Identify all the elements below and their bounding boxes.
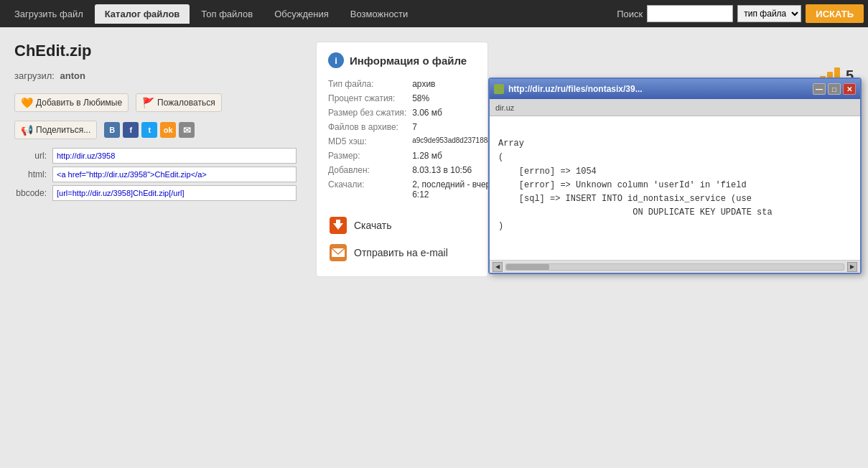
mail-icon[interactable]: ✉ [179,122,195,138]
error-titlebar: http://dir.uz/ru/files/nontasix/39... — … [490,79,860,99]
error-body: Array ( [errno] => 1054 [error] => Unkno… [490,116,860,260]
address-bar-text: dir.uz [495,103,514,112]
error-address-bar: dir.uz [490,99,860,116]
table-row: Файлов в архиве: 7 [328,120,512,134]
url-label: url: [14,151,47,161]
panel-title: Информация о файле [350,55,467,67]
field-label-1: Процент сжатия: [328,91,412,106]
uploader-name: anton [60,70,85,81]
win-controls: — □ ✕ [813,83,856,95]
twitter-icon[interactable]: t [141,122,157,138]
download-icon [328,215,348,235]
uploader-info: загрузил: anton [14,70,85,81]
panel-header: i Информация о файле [328,52,476,68]
main-content: ChEdit.zip загрузил: anton 5 🧡 Добавить … [0,27,868,468]
html-input[interactable] [52,167,297,182]
titlebar-left: http://dir.uz/ru/files/nontasix/39... [494,84,643,94]
url-input[interactable] [52,148,297,164]
download-section: Скачать Отправить на e-mail [328,212,476,266]
heart-icon: 🧡 [21,97,33,108]
info-table: Тип файла: архив Процент сжатия: 58% Раз… [328,77,512,202]
search-button[interactable]: ИСКАТЬ [806,4,864,23]
window-minimize-button[interactable]: — [813,83,826,95]
field-label-5: Размер: [328,149,412,163]
file-info-panel: i Информация о файле Тип файла: архив Пр… [316,42,488,277]
html-label: html: [14,169,47,179]
file-type-select[interactable]: тип файла [737,5,801,22]
report-label: Пожаловаться [157,98,215,108]
field-label-4: MD5 хэш: [328,134,412,149]
field-label-3: Файлов в архиве: [328,120,412,134]
odnoklassniki-icon[interactable]: ok [160,122,176,138]
download-button[interactable]: Скачать [328,212,476,239]
table-row: Добавлен: 8.03.13 в 10:56 [328,163,512,177]
window-favicon [494,84,504,94]
nav-top[interactable]: Топ файлов [191,4,263,24]
share-button[interactable]: 📢 Поделиться... [14,121,97,139]
field-label-0: Тип файла: [328,77,412,91]
email-send-button[interactable]: Отправить на e-mail [328,239,476,266]
error-title-text: http://dir.uz/ru/files/nontasix/39... [508,84,643,94]
info-icon: i [328,52,344,68]
search-area: Поиск тип файла ИСКАТЬ [617,4,864,23]
search-input[interactable] [647,5,733,22]
scroll-right-arrow[interactable]: ▶ [847,262,857,272]
table-row: Размер: 1.28 мб [328,149,512,163]
search-label: Поиск [617,9,643,19]
nav-bar: Загрузить файл Каталог файлов Топ файлов… [0,0,868,27]
window-close-button[interactable]: ✕ [843,83,856,95]
report-button[interactable]: 🚩 Пожаловаться [136,93,222,112]
field-label-6: Добавлен: [328,163,412,177]
facebook-icon[interactable]: f [123,122,139,138]
download-label: Скачать [354,220,392,231]
bbcode-input[interactable] [52,185,297,201]
share-label: Поделиться... [36,125,90,135]
scroll-thumb[interactable] [506,264,549,270]
uploader-label: загрузил: [14,70,55,81]
table-row: Скачали: 2, последний - вчера в 6:12 [328,177,512,202]
horizontal-scrollbar[interactable]: ◀ ▶ [490,260,860,273]
nav-catalog[interactable]: Каталог файлов [95,4,190,24]
share-icon: 📢 [21,124,33,136]
table-row: Тип файла: архив [328,77,512,91]
table-row: MD5 хэш: a9c9de953ad8d237188a5335d [328,134,512,149]
email-send-label: Отправить на e-mail [354,247,448,258]
window-maximize-button[interactable]: □ [828,83,841,95]
nav-features[interactable]: Возможности [340,4,419,24]
field-label-2: Размер без сжатия: [328,106,412,120]
add-to-fav-label: Добавить в Любимые [36,98,122,108]
nav-upload[interactable]: Загрузить файл [4,4,93,24]
table-row: Процент сжатия: 58% [328,91,512,106]
field-label-7: Скачали: [328,177,412,202]
flag-icon: 🚩 [142,97,154,108]
bbcode-label: bbcode: [14,188,47,198]
scroll-left-arrow[interactable]: ◀ [493,262,503,272]
error-window: http://dir.uz/ru/files/nontasix/39... — … [488,78,862,274]
nav-discussions[interactable]: Обсуждения [264,4,339,24]
social-icons: В f t ok ✉ [104,122,195,138]
scroll-track[interactable] [505,263,844,271]
table-row: Размер без сжатия: 3.06 мб [328,106,512,120]
add-to-fav-button[interactable]: 🧡 Добавить в Любимые [14,93,129,112]
vk-icon[interactable]: В [104,122,120,138]
email-icon [328,243,348,263]
